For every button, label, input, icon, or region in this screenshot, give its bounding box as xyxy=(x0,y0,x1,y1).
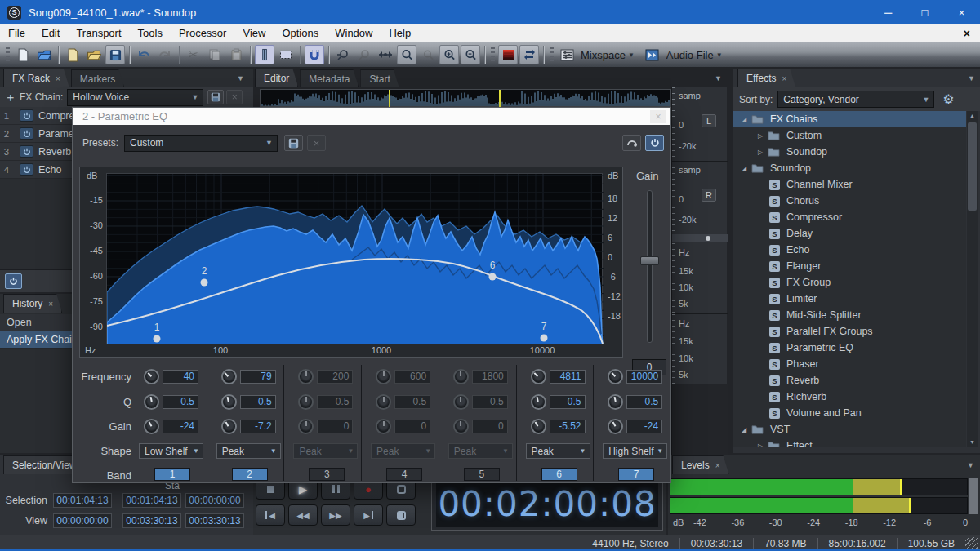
zoom-tool-button[interactable] xyxy=(397,45,416,64)
power-icon[interactable] xyxy=(20,109,33,122)
tree-item-vst[interactable]: ◢VST xyxy=(733,421,966,438)
freq-knob[interactable] xyxy=(531,369,546,384)
q-value[interactable]: 0.5 xyxy=(626,395,662,409)
mixspace-dropdown[interactable]: Mixspace xyxy=(581,49,626,61)
delete-chain-button[interactable]: × xyxy=(226,90,243,104)
q-knob[interactable] xyxy=(453,394,469,410)
zoom-vertical-button[interactable] xyxy=(418,45,438,64)
eq-graph[interactable]: dB dB -15-30-45-60-75-90 181260-6-12-18 … xyxy=(79,167,623,358)
tree-item-volume-and-pan[interactable]: SVolume and Pan xyxy=(733,405,966,421)
tab-levels[interactable]: Levels× xyxy=(672,455,729,474)
menu-file[interactable]: File xyxy=(0,24,33,42)
snap-button[interactable] xyxy=(305,45,324,64)
fast-forward-button[interactable]: ▶▶ xyxy=(321,504,350,526)
freq-value[interactable]: 40 xyxy=(163,370,198,384)
menu-processor[interactable]: Processor xyxy=(171,24,235,42)
band-toggle-button[interactable]: 2 xyxy=(232,468,268,481)
tree-item-delay[interactable]: SDelay xyxy=(733,225,966,242)
shape-dropdown[interactable]: Peak▼ xyxy=(448,443,513,459)
q-value[interactable]: 0.5 xyxy=(163,395,198,409)
tree-item-soundop[interactable]: ◢Soundop xyxy=(733,160,966,176)
band-toggle-button[interactable]: 5 xyxy=(464,468,500,481)
ruler-scrollbar[interactable] xyxy=(672,234,728,242)
band-toggle-button[interactable]: 7 xyxy=(618,468,654,481)
menu-help[interactable]: Help xyxy=(381,24,419,42)
zoom-out-button[interactable] xyxy=(461,45,480,64)
tree-item-richverb[interactable]: SRichverb xyxy=(733,389,966,405)
expander-icon[interactable]: ▷ xyxy=(755,149,765,156)
q-value[interactable]: 0.5 xyxy=(317,395,353,409)
tab-fx-rack[interactable]: FX Rack× xyxy=(3,69,69,87)
q-value[interactable]: 0.5 xyxy=(394,395,430,409)
shape-dropdown[interactable]: Peak▼ xyxy=(293,443,358,459)
q-knob[interactable] xyxy=(531,394,546,410)
menu-window[interactable]: Window xyxy=(327,24,381,42)
power-icon[interactable] xyxy=(20,127,33,140)
freq-knob[interactable] xyxy=(376,369,391,384)
expander-icon[interactable]: ◢ xyxy=(739,165,749,172)
panel-menu-icon[interactable]: ▼ xyxy=(967,461,974,469)
gain-knob[interactable] xyxy=(531,419,546,434)
gain-knob[interactable] xyxy=(608,419,623,434)
eq-band-handle[interactable] xyxy=(541,335,548,342)
freq-value[interactable]: 4811 xyxy=(550,370,586,384)
tree-item-phaser[interactable]: SPhaser xyxy=(733,356,966,372)
tree-item-reverb[interactable]: SReverb xyxy=(733,372,966,389)
expander-icon[interactable]: ▷ xyxy=(755,442,765,448)
freq-knob[interactable] xyxy=(453,369,469,384)
save-preset-button[interactable] xyxy=(284,135,303,151)
maximize-button[interactable]: □ xyxy=(906,0,943,24)
gain-value[interactable]: 0 xyxy=(394,420,430,433)
time-field[interactable]: 00:00:00:00 xyxy=(53,513,112,528)
resize-grip[interactable] xyxy=(965,537,978,550)
menu-edit[interactable]: Edit xyxy=(33,24,68,42)
tree-item-flanger[interactable]: SFlanger xyxy=(733,258,966,274)
spectral-view-button[interactable] xyxy=(498,45,518,64)
tree-item-echo[interactable]: SEcho xyxy=(733,242,966,258)
expander-icon[interactable]: ◢ xyxy=(739,426,749,433)
freq-knob[interactable] xyxy=(144,369,159,384)
expander-icon[interactable]: ◢ xyxy=(739,116,749,123)
minimize-button[interactable]: ─ xyxy=(870,0,906,24)
paste-button[interactable] xyxy=(226,45,246,64)
time-field[interactable]: 00:01:04:13 xyxy=(122,493,181,508)
gain-value[interactable]: 0 xyxy=(472,420,508,433)
zoom-selection-button[interactable] xyxy=(333,45,353,64)
delete-preset-button[interactable]: × xyxy=(307,135,326,151)
time-field[interactable]: 00:03:30:13 xyxy=(122,513,181,528)
gain-knob[interactable] xyxy=(144,419,159,434)
gain-value[interactable]: -5.52 xyxy=(550,420,586,433)
menu-options[interactable]: Options xyxy=(274,24,327,42)
go-to-end-button[interactable]: ▶ xyxy=(354,504,383,526)
zoom-out-selection-button[interactable] xyxy=(354,45,374,64)
channel-l-button[interactable]: L xyxy=(702,114,716,127)
shape-dropdown[interactable]: Peak▼ xyxy=(371,443,435,459)
copy-button[interactable] xyxy=(205,45,225,64)
shape-dropdown[interactable]: Peak▼ xyxy=(216,443,281,459)
gain-knob[interactable] xyxy=(221,419,237,434)
go-to-start-button[interactable]: ◀ xyxy=(256,504,285,526)
redo-button[interactable] xyxy=(155,45,175,64)
tab-editor[interactable]: Editor xyxy=(255,69,298,87)
band-toggle-button[interactable]: 3 xyxy=(309,468,345,481)
close-button[interactable]: × xyxy=(943,0,980,24)
tree-item-limiter[interactable]: SLimiter xyxy=(733,291,966,307)
tree-item-parallel-fx-groups[interactable]: SParallel FX Groups xyxy=(733,323,966,340)
eq-band-handle[interactable] xyxy=(201,279,208,287)
eq-band-handle[interactable] xyxy=(154,335,161,343)
gain-knob[interactable] xyxy=(298,419,314,434)
power-icon[interactable] xyxy=(20,163,33,176)
q-knob[interactable] xyxy=(144,394,159,410)
fx-rack-power-button[interactable] xyxy=(5,273,22,289)
freq-value[interactable]: 10000 xyxy=(626,370,662,384)
save-button[interactable] xyxy=(105,45,125,64)
save-chain-button[interactable] xyxy=(207,90,224,104)
undo-button[interactable] xyxy=(134,45,154,64)
tree-item-soundop[interactable]: ▷Soundop xyxy=(733,144,966,160)
q-value[interactable]: 0.5 xyxy=(550,395,586,409)
eq-plot-area[interactable]: 1267 xyxy=(106,173,603,344)
expander-icon[interactable]: ▷ xyxy=(755,132,765,140)
gain-slider-thumb[interactable] xyxy=(640,256,659,265)
q-knob[interactable] xyxy=(298,394,314,410)
open-session-button[interactable] xyxy=(84,45,104,64)
